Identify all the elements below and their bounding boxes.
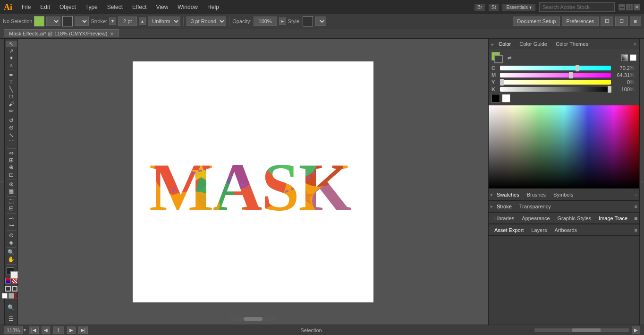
page-input[interactable]: 1: [53, 326, 64, 334]
column-graph-tool[interactable]: ▦: [6, 188, 17, 195]
swap-colors-icon[interactable]: ⇄: [508, 55, 511, 60]
color-tab[interactable]: Color: [495, 40, 515, 48]
swatches-menu-icon[interactable]: ≡: [635, 192, 637, 198]
magenta-thumb[interactable]: [569, 72, 573, 78]
magenta-slider[interactable]: [500, 73, 611, 77]
stroke-up-btn[interactable]: ▴: [139, 17, 146, 25]
image-trace-tab[interactable]: Image Trace: [595, 215, 631, 222]
left-collapse-handle[interactable]: ‹: [0, 39, 5, 325]
fill-icon[interactable]: [5, 286, 11, 292]
selection-tool[interactable]: ↖: [6, 41, 17, 47]
preferences-button[interactable]: Preferences: [562, 17, 598, 26]
opacity-more-btn[interactable]: ▸: [279, 17, 286, 25]
pencil-tool[interactable]: ✏: [6, 108, 17, 114]
asset-menu-icon[interactable]: ≡: [635, 227, 637, 233]
artboard-tool[interactable]: ⬚: [6, 198, 17, 205]
black-slider[interactable]: [500, 87, 611, 92]
rotate-tool[interactable]: ↺: [6, 117, 17, 124]
black-thumb[interactable]: [608, 86, 611, 93]
symbol-tool[interactable]: ⊛: [6, 181, 17, 188]
style-swatch[interactable]: [303, 16, 313, 26]
swatches-tab[interactable]: Swatches: [493, 191, 523, 198]
hand-tool[interactable]: ✋: [6, 256, 17, 263]
brushes-tab[interactable]: Brushes: [523, 191, 550, 198]
color-guide-tab[interactable]: Color Guide: [516, 40, 551, 48]
pan-tool[interactable]: ☰: [6, 313, 17, 325]
stroke-menu-icon[interactable]: ≡: [635, 204, 637, 209]
arrange-button[interactable]: ⊞: [601, 17, 613, 26]
perspective-tool[interactable]: ⊡: [6, 172, 17, 178]
live-paint-tool[interactable]: ◈: [6, 239, 17, 246]
white-color-swatch[interactable]: [502, 94, 510, 103]
transparency-tab[interactable]: Transparency: [516, 203, 555, 210]
reflect-tool[interactable]: ⊖: [6, 124, 17, 131]
zoom-tool[interactable]: 🔍: [6, 249, 17, 255]
paintbrush-tool[interactable]: 🖌: [6, 100, 17, 107]
style-select[interactable]: [315, 17, 326, 26]
next-page-btn[interactable]: ▶: [67, 326, 76, 334]
document-tab[interactable]: Mask Effects.ai* @ 118% (CMYK/Preview) ✕: [4, 29, 119, 37]
stroke-down-btn[interactable]: ▾: [109, 17, 116, 25]
cap-select[interactable]: 3 pt Round: [186, 17, 226, 26]
minimize-button[interactable]: —: [619, 4, 625, 10]
search-input[interactable]: [539, 2, 615, 12]
menu-effect[interactable]: Effect: [129, 2, 149, 12]
scale-tool[interactable]: ⤡: [6, 132, 17, 138]
last-page-btn[interactable]: ▶|: [78, 326, 88, 334]
stroke-color-box[interactable]: [494, 55, 503, 63]
stroke-uniform-select[interactable]: Uniform: [148, 17, 180, 26]
stroke-value-input[interactable]: 2 pt: [118, 17, 137, 26]
asset-export-tab[interactable]: Asset Export: [491, 226, 527, 234]
eyedropper-tool[interactable]: ⊸: [6, 215, 17, 222]
fill-color-swatch[interactable]: [34, 16, 44, 26]
color-spectrum[interactable]: [489, 105, 639, 188]
magic-wand-tool[interactable]: ✦: [6, 55, 17, 61]
color-panel-collapse[interactable]: ▸: [491, 42, 494, 47]
menu-type[interactable]: Type: [83, 2, 101, 12]
menu-select[interactable]: Select: [104, 2, 126, 12]
stroke-color-swatch[interactable]: [62, 16, 73, 26]
horizontal-scrollbar[interactable]: [229, 317, 277, 321]
stroke-tab[interactable]: Stroke: [493, 203, 516, 210]
width-tool[interactable]: ⇔: [6, 150, 17, 156]
normal-mode-icon[interactable]: [2, 293, 8, 299]
scroll-right-btn[interactable]: ▶: [632, 326, 640, 334]
warp-tool[interactable]: ⌒: [6, 139, 17, 147]
libraries-tab[interactable]: Libraries: [491, 215, 518, 222]
background-color[interactable]: [10, 271, 18, 279]
cyan-slider[interactable]: [500, 66, 611, 70]
pen-tool[interactable]: ✒: [6, 72, 17, 78]
behind-mode-icon[interactable]: [8, 293, 14, 299]
close-button[interactable]: ✕: [634, 4, 640, 10]
fill-select[interactable]: [46, 17, 60, 26]
slice-tool[interactable]: ⊟: [6, 205, 17, 212]
menu-view[interactable]: View: [153, 2, 171, 12]
yellow-thumb[interactable]: [500, 79, 504, 86]
maximize-button[interactable]: □: [626, 4, 633, 10]
graphic-styles-tab[interactable]: Graphic Styles: [554, 215, 595, 222]
type-tool[interactable]: T: [6, 79, 17, 86]
zoom-input[interactable]: 118%: [4, 326, 23, 334]
direct-selection-tool[interactable]: ↗: [6, 48, 17, 54]
line-tool[interactable]: ╲: [6, 86, 17, 93]
stroke-icon[interactable]: [12, 286, 17, 292]
lasso-tool[interactable]: ⍋: [6, 62, 17, 69]
menu-file[interactable]: File: [19, 2, 34, 12]
shape-builder-tool[interactable]: ⊕: [6, 164, 17, 171]
symbols-tab[interactable]: Symbols: [550, 191, 577, 198]
workspace-button[interactable]: Essentials ▾: [502, 4, 535, 11]
doc-tab-close-icon[interactable]: ✕: [110, 31, 114, 36]
right-collapse-handle[interactable]: ›: [639, 39, 644, 325]
scroll-bar-bottom[interactable]: [534, 328, 629, 332]
white-swatch[interactable]: [630, 54, 636, 61]
document-setup-button[interactable]: Document Setup: [513, 17, 560, 26]
menu-window[interactable]: Window: [175, 2, 201, 12]
rectangle-tool[interactable]: □: [6, 93, 17, 100]
prev-page-btn[interactable]: ◀: [42, 326, 50, 334]
cyan-thumb[interactable]: [576, 65, 579, 71]
bridge-button[interactable]: Br: [475, 4, 485, 11]
align-button[interactable]: ⊟: [615, 17, 628, 26]
libraries-menu-icon[interactable]: ≡: [635, 215, 637, 221]
stock-button[interactable]: St: [489, 4, 499, 11]
stroke-type-select[interactable]: [75, 17, 89, 26]
